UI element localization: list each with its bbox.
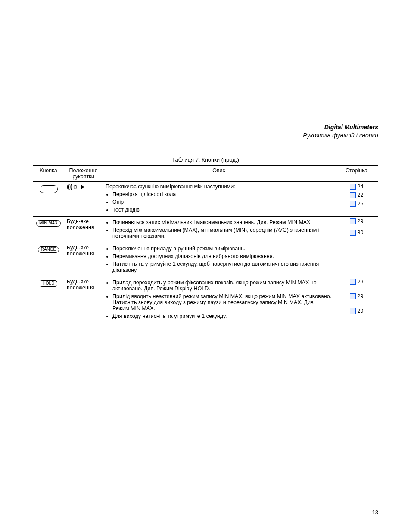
table-header-row: Кнопка Положення рукоятки Опис Сторінка — [33, 165, 378, 181]
position-cell: Будь-яке положення — [64, 216, 103, 243]
table-row: MIN MAX Будь-яке положення Починається з… — [33, 216, 378, 243]
page-cell: 24 22 25 — [335, 181, 378, 216]
desc-item: Перемикання доступних діапазонів для виб… — [112, 253, 332, 259]
page-number: 29 — [358, 218, 364, 224]
page-link-icon[interactable] — [350, 279, 356, 285]
page-number: 29 — [358, 279, 364, 285]
page-number: 22 — [358, 192, 364, 198]
page-link-icon[interactable] — [350, 230, 356, 236]
position-cell: Ω — [64, 181, 103, 216]
desc-item: Для виходу натисніть та утримуйте 1 секу… — [112, 313, 332, 319]
page-number: 29 — [358, 293, 364, 299]
page-link-icon[interactable] — [350, 192, 356, 198]
page-number: 24 — [358, 184, 364, 190]
button-cell: MIN MAX — [33, 216, 64, 243]
button-cell: RANGE — [33, 243, 64, 277]
col-desc: Опис — [103, 165, 335, 181]
col-page: Сторінка — [335, 165, 378, 181]
desc-item: Тест діодів — [112, 207, 332, 213]
minmax-key-icon: MIN MAX — [36, 220, 61, 227]
svg-text:Ω: Ω — [73, 184, 78, 190]
blank-key-icon — [40, 185, 58, 193]
page-cell: 29 29 29 — [335, 277, 378, 323]
footer-page-number: 13 — [372, 509, 378, 516]
col-button: Кнопка — [33, 165, 64, 181]
description-cell: Переключає функцію вимірювання між насту… — [103, 181, 335, 216]
page-cell: 29 30 — [335, 216, 378, 243]
desc-item: Опір — [112, 199, 332, 205]
table-caption: Таблиця 7. Кнопки (прод.) — [33, 156, 378, 163]
description-cell: Починається запис мінімальних і максимал… — [103, 216, 335, 243]
page-number: 30 — [358, 230, 364, 236]
page-header: Digital Multimeters Рукоятка функцій і к… — [33, 123, 378, 140]
position-cell: Будь-яке положення — [64, 243, 103, 277]
header-subtitle: Рукоятка функцій і кнопки — [33, 131, 378, 140]
table-row: HOLD Будь-яке положення Прилад переходит… — [33, 277, 378, 323]
desc-item: Починається запис мінімальних і максимал… — [112, 219, 332, 225]
header-title: Digital Multimeters — [33, 123, 378, 131]
page-link-icon[interactable] — [350, 218, 356, 224]
page-link-icon[interactable] — [350, 308, 356, 314]
table-row: Ω Переключає функцію вимірювання між нас… — [33, 181, 378, 216]
page-cell — [335, 243, 378, 277]
desc-item: Переключення приладу в ручний режим вимі… — [112, 246, 332, 252]
desc-item: Перевірка цілісності кола — [112, 191, 332, 197]
range-key-icon: RANGE — [38, 246, 59, 253]
desc-item: Прилід вводить неактивний режим запису M… — [112, 293, 332, 311]
page-link-icon[interactable] — [350, 184, 356, 190]
col-position: Положення рукоятки — [64, 165, 103, 181]
desc-lead: Переключає функцію вимірювання між насту… — [106, 184, 332, 190]
header-rule — [33, 144, 378, 144]
table-row: RANGE Будь-яке положення Переключення пр… — [33, 243, 378, 277]
svg-marker-2 — [81, 185, 84, 189]
desc-item: Перехід між максимальним (MAX), мінімаль… — [112, 227, 332, 239]
page-number: 29 — [358, 308, 364, 314]
page-number: 25 — [358, 201, 364, 207]
desc-item: Прилад переходить у режим фіксованих пок… — [112, 280, 332, 292]
continuity-ohm-diode-icon: Ω — [67, 184, 88, 190]
position-cell: Будь-яке положення — [64, 277, 103, 323]
button-cell: HOLD — [33, 277, 64, 323]
page-link-icon[interactable] — [350, 201, 356, 207]
page-link-icon[interactable] — [350, 293, 356, 299]
desc-item: Натисніть та утримуйте 1 секунду, щоб по… — [112, 261, 332, 273]
button-cell — [33, 181, 64, 216]
description-cell: Прилад переходить у режим фіксованих пок… — [103, 277, 335, 323]
buttons-table: Кнопка Положення рукоятки Опис Сторінка — [33, 165, 378, 323]
description-cell: Переключення приладу в ручний режим вимі… — [103, 243, 335, 277]
hold-key-icon: HOLD — [40, 280, 58, 287]
